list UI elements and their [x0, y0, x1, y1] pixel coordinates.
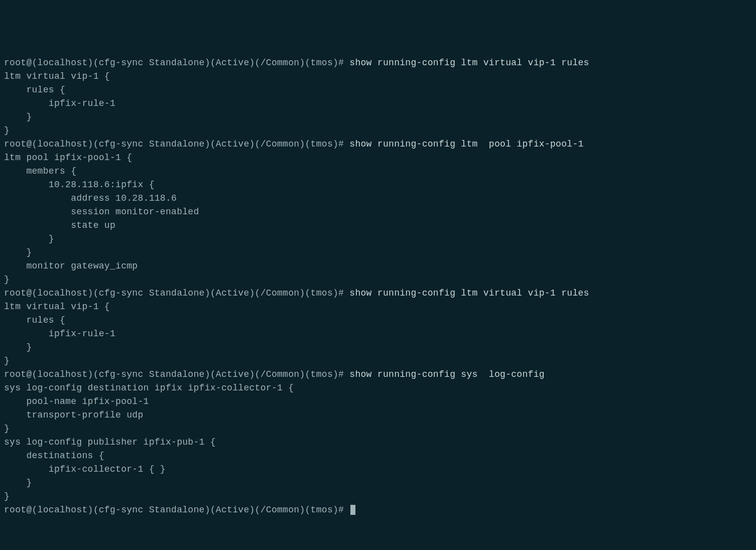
output-line: session monitor-enabled: [4, 205, 752, 219]
output-line: address 10.28.118.6: [4, 192, 752, 205]
output-line: ipfix-rule-1: [4, 327, 752, 341]
output-line: ipfix-rule-1: [4, 97, 752, 110]
output-line: transport-profile udp: [4, 408, 752, 422]
output-line: members {: [4, 165, 752, 178]
output-line: sys log-config destination ipfix ipfix-c…: [4, 381, 752, 395]
command-line: root@(localhost)(cfg-sync Standalone)(Ac…: [4, 56, 752, 70]
output-line: }: [4, 476, 752, 490]
command-line: root@(localhost)(cfg-sync Standalone)(Ac…: [4, 368, 752, 381]
command-line-active[interactable]: root@(localhost)(cfg-sync Standalone)(Ac…: [4, 503, 752, 517]
shell-prompt: root@(localhost)(cfg-sync Standalone)(Ac…: [4, 58, 349, 68]
command-text: show running-config ltm pool ipfix-pool-…: [349, 139, 583, 149]
output-line: }: [4, 341, 752, 354]
output-line: state up: [4, 219, 752, 232]
output-line: ltm virtual vip-1 {: [4, 300, 752, 314]
output-line: monitor gateway_icmp: [4, 259, 752, 273]
output-line: 10.28.118.6:ipfix {: [4, 178, 752, 192]
output-line: ltm pool ipfix-pool-1 {: [4, 151, 752, 165]
output-line: }: [4, 124, 752, 138]
command-text: show running-config sys log-config: [349, 369, 545, 379]
command-line: root@(localhost)(cfg-sync Standalone)(Ac…: [4, 287, 752, 300]
output-line: }: [4, 354, 752, 368]
output-line: }: [4, 232, 752, 246]
terminal-output[interactable]: root@(localhost)(cfg-sync Standalone)(Ac…: [4, 56, 752, 517]
command-line: root@(localhost)(cfg-sync Standalone)(Ac…: [4, 138, 752, 151]
command-text: show running-config ltm virtual vip-1 ru…: [349, 58, 589, 68]
output-line: ipfix-collector-1 { }: [4, 463, 752, 476]
output-line: destinations {: [4, 449, 752, 463]
output-line: }: [4, 490, 752, 503]
output-line: }: [4, 246, 752, 259]
shell-prompt: root@(localhost)(cfg-sync Standalone)(Ac…: [4, 369, 349, 379]
output-line: }: [4, 422, 752, 436]
output-line: ltm virtual vip-1 {: [4, 70, 752, 83]
shell-prompt: root@(localhost)(cfg-sync Standalone)(Ac…: [4, 505, 349, 515]
output-line: }: [4, 110, 752, 124]
command-text: show running-config ltm virtual vip-1 ru…: [349, 288, 589, 298]
output-line: sys log-config publisher ipfix-pub-1 {: [4, 436, 752, 449]
shell-prompt: root@(localhost)(cfg-sync Standalone)(Ac…: [4, 139, 349, 149]
output-line: }: [4, 273, 752, 287]
output-line: rules {: [4, 83, 752, 97]
cursor-icon: [350, 505, 355, 515]
output-line: pool-name ipfix-pool-1: [4, 395, 752, 408]
shell-prompt: root@(localhost)(cfg-sync Standalone)(Ac…: [4, 288, 349, 298]
output-line: rules {: [4, 314, 752, 327]
